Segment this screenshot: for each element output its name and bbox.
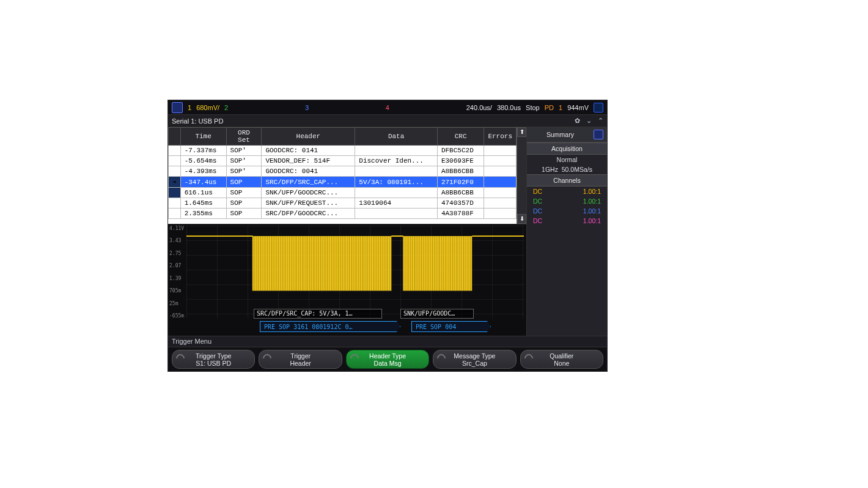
packet-decode-1[interactable]: PRE SOP 3161 0801912C 0… [260, 321, 400, 332]
acquisition-rate: 1GHz 50.0MSa/s [527, 165, 607, 174]
packet-overlay-1: SRC/DFP/SRC_CAP: 5V/3A, 1… [254, 309, 382, 319]
y-tick: 2.07 [169, 263, 184, 268]
table-row[interactable]: 616.1usSOPSNK/UFP/GOODCRC...A8BB6CBB [169, 188, 517, 198]
table-header[interactable]: Header [262, 128, 355, 146]
table-row[interactable]: -4.393msSOP'GOODCRC: 0041A8BB6CBB [169, 166, 517, 177]
table-row[interactable]: -347.4usSOPSRC/DFP/SRC_CAP...5V/3A: 0801… [169, 177, 517, 188]
left-column: TimeORD SetHeaderDataCRCErrors -7.337msS… [168, 127, 526, 336]
y-tick: 705m [169, 288, 184, 294]
channel-1-scale[interactable]: 680mV/ [196, 104, 219, 111]
channels-section[interactable]: Channels [527, 174, 607, 187]
channel-row[interactable]: DC1.00:1 [527, 216, 607, 226]
pd-number: 1 [559, 104, 562, 111]
y-axis-ticks: 4.11V3.432.752.071.39705m25m-655m [169, 226, 184, 319]
run-status[interactable]: Stop [526, 104, 540, 111]
delay-value[interactable]: 380.0us [497, 104, 521, 111]
packet-decode-2[interactable]: PRE SOP 004 [411, 321, 491, 332]
settings-icon[interactable] [594, 103, 603, 113]
channel-3-number[interactable]: 3 [305, 104, 309, 111]
packet-overlay-2: SNK/UFP/GOODC… [400, 309, 474, 319]
acquisition-section[interactable]: Acquisition [527, 142, 607, 155]
channel-row[interactable]: DC1.00:1 [527, 196, 607, 206]
channel-2-number[interactable]: 2 [224, 104, 228, 111]
table-header[interactable]: Time [180, 128, 226, 146]
timebase-value[interactable]: 240.0us/ [466, 104, 492, 111]
decode-table-wrap: TimeORD SetHeaderDataCRCErrors -7.337msS… [168, 127, 517, 224]
trigger-buttons: Trigger TypeS1: USB PD TriggerHeader Hea… [168, 347, 607, 371]
trigger-button[interactable]: QualifierNone [520, 350, 603, 369]
waveform-trace [186, 226, 524, 319]
scroll-up-icon[interactable]: ⬆ [517, 127, 526, 137]
expand-up-icon[interactable]: ⌃ [598, 117, 603, 125]
y-tick: -655m [169, 313, 184, 319]
waveform-area[interactable]: 4.11V3.432.752.071.39705m25m-655m SRC/DF… [168, 224, 526, 336]
pd-label: PD [545, 104, 554, 111]
y-tick: 3.43 [169, 238, 184, 243]
y-tick: 1.39 [169, 276, 184, 281]
y-tick: 2.75 [169, 251, 184, 256]
scroll-down-icon[interactable]: ⬇ [517, 214, 526, 224]
cycle-icon [348, 352, 361, 364]
oscilloscope-screen: 1 680mV/ 2 3 4 240.0us/ 380.0us Stop PD … [167, 100, 608, 372]
gear-icon[interactable]: ✿ [575, 117, 580, 125]
table-row[interactable]: -5.654msSOP'VENDOR_DEF: 514FDiscover Ide… [169, 156, 517, 166]
cycle-icon [174, 352, 186, 364]
pd-value: 944mV [567, 104, 589, 111]
top-bar: 1 680mV/ 2 3 4 240.0us/ 380.0us Stop PD … [168, 100, 607, 115]
acquisition-mode: Normal [527, 155, 607, 165]
y-tick: 4.11V [169, 226, 184, 231]
channel-row[interactable]: DC1.00:1 [527, 187, 607, 196]
trigger-button[interactable]: Trigger TypeS1: USB PD [172, 350, 255, 369]
table-header[interactable]: CRC [437, 128, 484, 146]
channel-1-number[interactable]: 1 [188, 104, 191, 111]
table-row[interactable]: -7.337msSOP'GOODCRC: 0141DFBC5C2D [169, 146, 517, 156]
cycle-icon [262, 352, 274, 364]
main-area: TimeORD SetHeaderDataCRCErrors -7.337msS… [168, 127, 607, 336]
table-header[interactable]: Data [355, 128, 438, 146]
trigger-button[interactable]: Message TypeSrc_Cap [433, 350, 516, 369]
packet-bar: PRE SOP 3161 0801912C 0… PRE SOP 004 [186, 320, 524, 333]
table-row[interactable]: 1.645msSOPSNK/UFP/REQUEST...130190644740… [169, 198, 517, 209]
cycle-icon [435, 352, 447, 364]
side-panel-title: Summary [531, 131, 590, 138]
trigger-button[interactable]: Header TypeData Msg [346, 350, 429, 369]
channel-row[interactable]: DC1.00:1 [527, 206, 607, 216]
table-header[interactable]: Errors [484, 128, 517, 146]
side-panel-icon[interactable] [594, 130, 603, 139]
channel-4-number[interactable]: 4 [386, 104, 389, 111]
decode-table-area: TimeORD SetHeaderDataCRCErrors -7.337msS… [168, 127, 526, 224]
y-tick: 25m [169, 301, 184, 306]
table-header[interactable] [169, 128, 181, 146]
table-header[interactable]: ORD Set [226, 128, 262, 146]
table-scrollbar[interactable]: ⬆ ⬇ [517, 127, 526, 224]
expand-down-icon[interactable]: ⌄ [586, 117, 592, 125]
trigger-button[interactable]: TriggerHeader [259, 350, 342, 369]
side-panel: Summary Acquisition Normal 1GHz 50.0MSa/… [526, 127, 607, 336]
menu-icon[interactable] [172, 102, 183, 113]
decode-table[interactable]: TimeORD SetHeaderDataCRCErrors -7.337msS… [168, 127, 517, 219]
side-panel-header: Summary [527, 127, 607, 142]
serial-title-bar: Serial 1: USB PD ✿ ⌄ ⌃ [168, 115, 607, 127]
trigger-menu-title: Trigger Menu [168, 336, 607, 347]
table-row[interactable]: 2.355msSOPSRC/DFP/GOODCRC...4A38788F [169, 209, 517, 219]
serial-title: Serial 1: USB PD [172, 117, 223, 125]
cycle-icon [523, 352, 535, 364]
